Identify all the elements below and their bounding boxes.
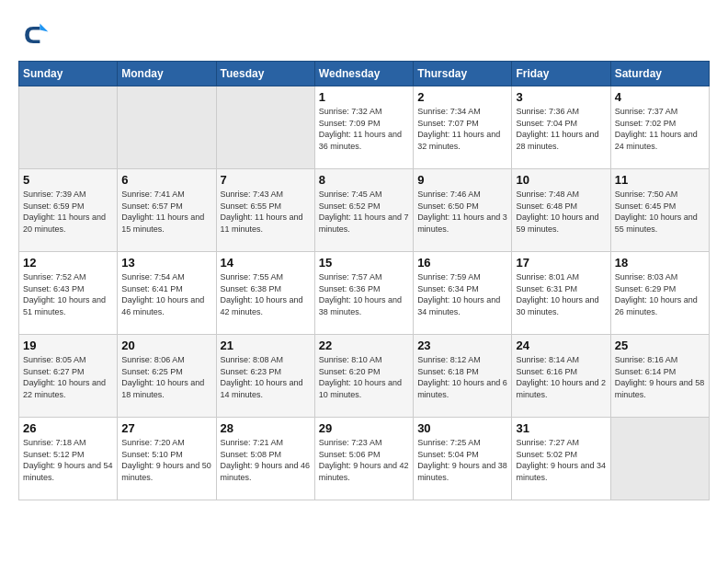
day-number: 19 bbox=[23, 339, 113, 352]
calendar-cell: 9Sunrise: 7:46 AMSunset: 6:50 PMDaylight… bbox=[414, 169, 512, 252]
day-number: 7 bbox=[221, 173, 311, 187]
day-number: 20 bbox=[121, 339, 211, 352]
calendar-cell: 12Sunrise: 7:52 AMSunset: 6:43 PMDayligh… bbox=[19, 252, 118, 335]
calendar-week-row: 12Sunrise: 7:52 AMSunset: 6:43 PMDayligh… bbox=[19, 252, 710, 335]
calendar-cell: 14Sunrise: 7:55 AMSunset: 6:38 PMDayligh… bbox=[216, 252, 314, 335]
page-header bbox=[18, 18, 710, 52]
calendar-cell: 2Sunrise: 7:34 AMSunset: 7:07 PMDaylight… bbox=[414, 86, 512, 169]
day-info: Sunrise: 7:27 AMSunset: 5:02 PMDaylight:… bbox=[516, 437, 606, 483]
day-number: 22 bbox=[319, 339, 409, 352]
day-number: 30 bbox=[417, 421, 507, 435]
calendar-cell: 24Sunrise: 8:14 AMSunset: 6:16 PMDayligh… bbox=[512, 335, 610, 418]
day-number: 21 bbox=[221, 339, 311, 352]
day-info: Sunrise: 8:01 AMSunset: 6:31 PMDaylight:… bbox=[516, 271, 606, 317]
day-info: Sunrise: 7:32 AMSunset: 7:09 PMDaylight:… bbox=[319, 106, 409, 152]
day-info: Sunrise: 8:08 AMSunset: 6:23 PMDaylight:… bbox=[221, 354, 311, 400]
calendar-cell: 1Sunrise: 7:32 AMSunset: 7:09 PMDaylight… bbox=[314, 86, 413, 169]
day-info: Sunrise: 7:41 AMSunset: 6:57 PMDaylight:… bbox=[121, 189, 211, 235]
day-header-sunday: Sunday bbox=[19, 62, 118, 86]
calendar-header-row: SundayMondayTuesdayWednesdayThursdayFrid… bbox=[19, 62, 710, 86]
day-number: 9 bbox=[417, 173, 507, 187]
day-info: Sunrise: 7:43 AMSunset: 6:55 PMDaylight:… bbox=[221, 189, 311, 235]
calendar-cell: 31Sunrise: 7:27 AMSunset: 5:02 PMDayligh… bbox=[512, 418, 610, 500]
day-header-thursday: Thursday bbox=[414, 62, 512, 86]
day-info: Sunrise: 7:54 AMSunset: 6:41 PMDaylight:… bbox=[121, 271, 211, 317]
day-info: Sunrise: 7:52 AMSunset: 6:43 PMDaylight:… bbox=[23, 271, 113, 317]
day-info: Sunrise: 7:34 AMSunset: 7:07 PMDaylight:… bbox=[417, 106, 507, 152]
calendar-cell: 26Sunrise: 7:18 AMSunset: 5:12 PMDayligh… bbox=[19, 418, 118, 500]
day-number: 27 bbox=[121, 421, 211, 435]
day-number: 29 bbox=[319, 421, 409, 435]
day-number: 2 bbox=[417, 90, 507, 104]
calendar-cell bbox=[610, 418, 709, 500]
day-info: Sunrise: 7:46 AMSunset: 6:50 PMDaylight:… bbox=[417, 189, 507, 235]
day-info: Sunrise: 8:03 AMSunset: 6:29 PMDaylight:… bbox=[615, 271, 705, 317]
calendar-week-row: 26Sunrise: 7:18 AMSunset: 5:12 PMDayligh… bbox=[19, 418, 710, 500]
day-header-saturday: Saturday bbox=[610, 62, 709, 86]
calendar-cell bbox=[118, 86, 216, 169]
calendar-cell: 6Sunrise: 7:41 AMSunset: 6:57 PMDaylight… bbox=[118, 169, 216, 252]
day-number: 16 bbox=[417, 256, 507, 270]
day-info: Sunrise: 7:50 AMSunset: 6:45 PMDaylight:… bbox=[615, 189, 705, 235]
day-info: Sunrise: 8:10 AMSunset: 6:20 PMDaylight:… bbox=[319, 354, 409, 400]
day-header-wednesday: Wednesday bbox=[314, 62, 413, 86]
day-number: 25 bbox=[615, 339, 705, 352]
calendar-cell: 23Sunrise: 8:12 AMSunset: 6:18 PMDayligh… bbox=[414, 335, 512, 418]
calendar-cell: 4Sunrise: 7:37 AMSunset: 7:02 PMDaylight… bbox=[610, 86, 709, 169]
day-number: 28 bbox=[221, 421, 311, 435]
calendar-table: SundayMondayTuesdayWednesdayThursdayFrid… bbox=[18, 61, 710, 500]
day-number: 12 bbox=[23, 256, 113, 270]
day-info: Sunrise: 7:21 AMSunset: 5:08 PMDaylight:… bbox=[221, 437, 311, 483]
day-header-monday: Monday bbox=[118, 62, 216, 86]
day-info: Sunrise: 8:14 AMSunset: 6:16 PMDaylight:… bbox=[516, 354, 606, 400]
calendar-cell bbox=[19, 86, 118, 169]
calendar-cell: 16Sunrise: 7:59 AMSunset: 6:34 PMDayligh… bbox=[414, 252, 512, 335]
day-header-friday: Friday bbox=[512, 62, 610, 86]
day-info: Sunrise: 7:37 AMSunset: 7:02 PMDaylight:… bbox=[615, 106, 705, 152]
day-number: 4 bbox=[615, 90, 705, 104]
calendar-week-row: 1Sunrise: 7:32 AMSunset: 7:09 PMDaylight… bbox=[19, 86, 710, 169]
day-number: 8 bbox=[319, 173, 409, 187]
calendar-cell: 13Sunrise: 7:54 AMSunset: 6:41 PMDayligh… bbox=[118, 252, 216, 335]
calendar-cell: 3Sunrise: 7:36 AMSunset: 7:04 PMDaylight… bbox=[512, 86, 610, 169]
day-number: 31 bbox=[516, 421, 606, 435]
day-header-tuesday: Tuesday bbox=[216, 62, 314, 86]
day-number: 10 bbox=[516, 173, 606, 187]
calendar-cell: 7Sunrise: 7:43 AMSunset: 6:55 PMDaylight… bbox=[216, 169, 314, 252]
calendar-cell: 20Sunrise: 8:06 AMSunset: 6:25 PMDayligh… bbox=[118, 335, 216, 418]
day-number: 5 bbox=[23, 173, 113, 187]
day-info: Sunrise: 7:25 AMSunset: 5:04 PMDaylight:… bbox=[417, 437, 507, 483]
day-info: Sunrise: 8:06 AMSunset: 6:25 PMDaylight:… bbox=[121, 354, 211, 400]
calendar-cell: 10Sunrise: 7:48 AMSunset: 6:48 PMDayligh… bbox=[512, 169, 610, 252]
day-number: 6 bbox=[121, 173, 211, 187]
calendar-cell: 5Sunrise: 7:39 AMSunset: 6:59 PMDaylight… bbox=[19, 169, 118, 252]
day-number: 24 bbox=[516, 339, 606, 352]
day-number: 15 bbox=[319, 256, 409, 270]
calendar-cell: 29Sunrise: 7:23 AMSunset: 5:06 PMDayligh… bbox=[314, 418, 413, 500]
day-info: Sunrise: 7:48 AMSunset: 6:48 PMDaylight:… bbox=[516, 189, 606, 235]
day-number: 26 bbox=[23, 421, 113, 435]
calendar-cell: 27Sunrise: 7:20 AMSunset: 5:10 PMDayligh… bbox=[118, 418, 216, 500]
day-info: Sunrise: 7:39 AMSunset: 6:59 PMDaylight:… bbox=[23, 189, 113, 235]
day-number: 18 bbox=[615, 256, 705, 270]
svg-rect-0 bbox=[18, 18, 51, 52]
day-info: Sunrise: 8:12 AMSunset: 6:18 PMDaylight:… bbox=[417, 354, 507, 400]
calendar-cell: 28Sunrise: 7:21 AMSunset: 5:08 PMDayligh… bbox=[216, 418, 314, 500]
day-info: Sunrise: 7:57 AMSunset: 6:36 PMDaylight:… bbox=[319, 271, 409, 317]
day-info: Sunrise: 7:20 AMSunset: 5:10 PMDaylight:… bbox=[121, 437, 211, 483]
calendar-week-row: 5Sunrise: 7:39 AMSunset: 6:59 PMDaylight… bbox=[19, 169, 710, 252]
calendar-cell: 15Sunrise: 7:57 AMSunset: 6:36 PMDayligh… bbox=[314, 252, 413, 335]
day-number: 14 bbox=[221, 256, 311, 270]
day-info: Sunrise: 7:59 AMSunset: 6:34 PMDaylight:… bbox=[417, 271, 507, 317]
day-number: 17 bbox=[516, 256, 606, 270]
day-info: Sunrise: 7:45 AMSunset: 6:52 PMDaylight:… bbox=[319, 189, 409, 235]
calendar-cell: 21Sunrise: 8:08 AMSunset: 6:23 PMDayligh… bbox=[216, 335, 314, 418]
day-info: Sunrise: 8:05 AMSunset: 6:27 PMDaylight:… bbox=[23, 354, 113, 400]
logo-icon bbox=[18, 18, 51, 52]
calendar-cell: 18Sunrise: 8:03 AMSunset: 6:29 PMDayligh… bbox=[610, 252, 709, 335]
day-number: 13 bbox=[121, 256, 211, 270]
calendar-week-row: 19Sunrise: 8:05 AMSunset: 6:27 PMDayligh… bbox=[19, 335, 710, 418]
calendar-cell: 19Sunrise: 8:05 AMSunset: 6:27 PMDayligh… bbox=[19, 335, 118, 418]
calendar-cell: 8Sunrise: 7:45 AMSunset: 6:52 PMDaylight… bbox=[314, 169, 413, 252]
day-info: Sunrise: 7:18 AMSunset: 5:12 PMDaylight:… bbox=[23, 437, 113, 483]
